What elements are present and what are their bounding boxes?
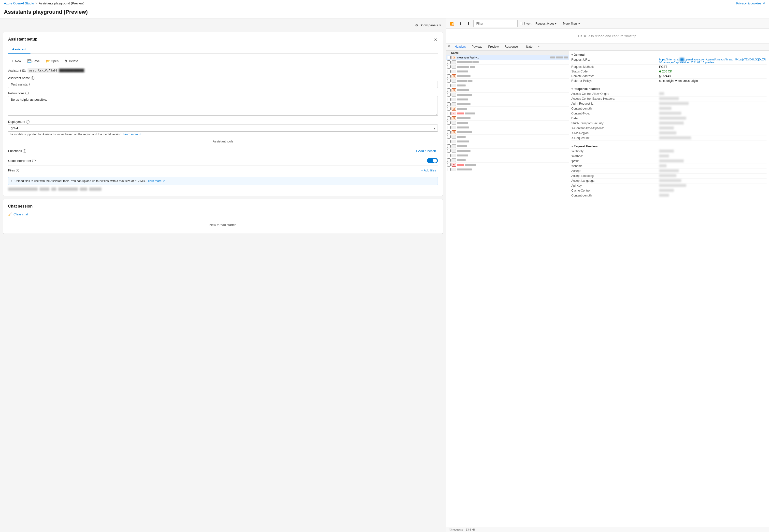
- files-learn-more-link[interactable]: Learn more ↗: [146, 179, 165, 183]
- status-code-key: Status Code:: [571, 70, 659, 73]
- breadcrumb-bar: Azure OpenAI Studio > Assistants playgro…: [0, 0, 769, 7]
- method-icon-gray: [452, 121, 456, 125]
- tab-preview[interactable]: Preview: [485, 43, 502, 50]
- list-item[interactable]: [446, 65, 569, 69]
- list-item[interactable]: [446, 102, 569, 107]
- files-info-icon[interactable]: i: [16, 169, 19, 172]
- list-item[interactable]: [446, 139, 569, 144]
- tab-assistant[interactable]: Assistant: [8, 45, 30, 54]
- breadcrumb-studio-link[interactable]: Azure OpenAI Studio: [4, 1, 34, 5]
- more-filters-button[interactable]: More filters ▾: [561, 21, 582, 26]
- page-title: Assistants playground (Preview): [4, 9, 765, 15]
- add-function-button[interactable]: + Add function: [414, 148, 438, 154]
- detail-key: Strict-Transport-Security:: [571, 122, 659, 125]
- list-item[interactable]: [446, 125, 569, 130]
- privacy-cookies-link[interactable]: Privacy & cookies ↗: [736, 1, 765, 5]
- list-item[interactable]: ⟨/⟩: [446, 74, 569, 79]
- save-button[interactable]: 💾 Save: [25, 58, 42, 64]
- detail-key: X-Content-Type-Options:: [571, 126, 659, 130]
- req-blurred-row: [457, 140, 568, 142]
- detail-val: [659, 117, 767, 120]
- invert-checkbox[interactable]: [520, 22, 523, 25]
- detail-val: [659, 92, 767, 96]
- import-icon-button[interactable]: ⬇: [466, 21, 471, 26]
- close-button[interactable]: ✕: [432, 36, 439, 43]
- request-types-button[interactable]: Request types ▾: [533, 21, 559, 26]
- instructions-field: Instructions i Be as helpful as possible…: [8, 91, 438, 116]
- req-blurred-row: [457, 159, 568, 161]
- list-item[interactable]: [446, 69, 569, 74]
- instructions-info-icon[interactable]: i: [25, 92, 29, 95]
- list-item[interactable]: ⟨/⟩: [446, 88, 569, 93]
- list-item[interactable]: [446, 97, 569, 102]
- deployment-learn-more-link[interactable]: Learn more ↗: [123, 133, 141, 136]
- assistant-name-info-icon[interactable]: i: [31, 76, 34, 80]
- detail-panel: ▾ General Request URL: https://internal-…: [569, 51, 769, 527]
- req-checkbox[interactable]: [447, 56, 451, 59]
- toggle-slider: [427, 158, 438, 163]
- deployment-info-icon[interactable]: i: [26, 120, 29, 124]
- privacy-cookies-label: Privacy & cookies: [736, 1, 761, 5]
- list-item[interactable]: [446, 149, 569, 153]
- assistant-id-label: Assistant ID:: [8, 69, 26, 72]
- instructions-textarea[interactable]: Be as helpful as possible.: [8, 96, 438, 116]
- new-button[interactable]: ＋ New: [8, 57, 24, 64]
- open-label: Open: [51, 59, 59, 63]
- list-item[interactable]: ⟨/⟩: [446, 116, 569, 121]
- list-item[interactable]: [446, 83, 569, 88]
- detail-val: [659, 102, 767, 106]
- list-item[interactable]: ⟨/⟩: [446, 130, 569, 135]
- request-item-selected[interactable]: ⟨/⟩ messages?api-v...: [446, 55, 569, 60]
- wifi-icon-button[interactable]: 📶: [449, 21, 456, 26]
- detail-key: :path:: [571, 159, 659, 163]
- list-item[interactable]: [446, 79, 569, 83]
- show-panels-button[interactable]: ⚙ Show panels ▾: [413, 22, 443, 28]
- tools-title: Assistant tools: [8, 140, 438, 143]
- tab-initiator[interactable]: Initiator: [521, 43, 536, 50]
- clear-chat-button[interactable]: 🧹 Clear chat: [8, 211, 28, 217]
- deployment-select[interactable]: gpt-4: [8, 125, 438, 132]
- list-item[interactable]: [446, 167, 569, 172]
- response-headers-title: ▾ Response Headers: [571, 86, 767, 92]
- list-item[interactable]: [446, 60, 569, 65]
- export-icon-button[interactable]: ⬆: [458, 21, 464, 26]
- deployment-field: Deployment i gpt-4 ▾ The models supporte…: [8, 120, 438, 136]
- list-item-error[interactable]: ✕: [446, 163, 569, 167]
- assistant-id-row: Assistant ID: asst_RYxiVuASa9Z █████████…: [8, 68, 438, 73]
- tab-response[interactable]: Response: [502, 43, 521, 50]
- request-method-val: POST: [659, 65, 767, 69]
- delete-label: Delete: [69, 59, 78, 63]
- add-files-button[interactable]: + Add files: [419, 168, 438, 173]
- req-blurred-row: [457, 61, 568, 63]
- assistant-name-input[interactable]: [8, 81, 438, 88]
- plus-icon: ＋: [11, 59, 14, 63]
- tab-payload[interactable]: Payload: [469, 43, 485, 50]
- open-button[interactable]: 📂 Open: [43, 58, 61, 64]
- detail-val: [659, 112, 767, 115]
- list-item[interactable]: [446, 121, 569, 125]
- list-item[interactable]: [446, 153, 569, 158]
- save-icon: 💾: [27, 59, 31, 63]
- tab-headers[interactable]: Headers: [452, 43, 469, 50]
- list-item[interactable]: [446, 135, 569, 139]
- more-tabs-icon[interactable]: »: [536, 43, 541, 50]
- req-blurred-row: [457, 122, 568, 124]
- list-item[interactable]: [446, 158, 569, 163]
- chevron-down-icon: ▾: [439, 23, 441, 27]
- request-list: Name ⟨/⟩ messages?api-v...: [446, 51, 569, 527]
- caret-icon: ▾: [571, 54, 573, 56]
- list-item[interactable]: [446, 144, 569, 149]
- list-item[interactable]: ⟨/⟩: [446, 107, 569, 111]
- delete-button[interactable]: 🗑 Delete: [62, 58, 81, 64]
- list-item[interactable]: [446, 93, 569, 97]
- code-interpreter-toggle[interactable]: [427, 158, 438, 163]
- code-interpreter-info-icon[interactable]: i: [32, 159, 36, 162]
- tab-close-icon[interactable]: ✕: [446, 43, 452, 50]
- code-interpreter-label: Code interpreter i: [8, 159, 36, 163]
- blurred-block-5: [80, 187, 87, 191]
- req-checkbox[interactable]: [447, 60, 451, 64]
- filter-input[interactable]: [473, 20, 518, 27]
- general-section: ▾ General Request URL: https://internal-…: [569, 51, 769, 85]
- list-item-error[interactable]: ✕: [446, 111, 569, 116]
- functions-info-icon[interactable]: i: [23, 149, 26, 153]
